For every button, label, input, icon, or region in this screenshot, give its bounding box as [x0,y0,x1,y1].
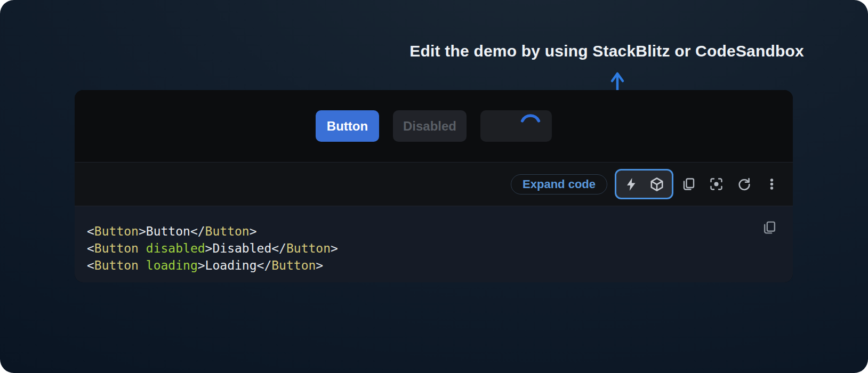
copy-code-button[interactable] [760,218,779,237]
demo-toolbar: Expand code [75,162,793,206]
refresh-demo-button[interactable] [730,171,758,198]
refresh-icon [737,177,751,191]
codesandbox-icon [649,177,664,192]
demo-preview-area: Button Disabled [75,90,793,162]
stackblitz-button[interactable] [623,176,639,192]
isolate-demo-button[interactable] [702,171,730,198]
expand-code-button[interactable]: Expand code [511,174,607,194]
code-line: <Button>Button</Button> [87,223,777,240]
stackblitz-icon [624,177,639,192]
code-block: <Button>Button</Button><Button disabled>… [87,223,777,274]
loading-spinner-icon [520,114,541,135]
isolate-icon [709,177,724,191]
code-line: <Button loading>Loading</Button> [87,257,777,274]
sandbox-highlight-box [615,169,673,199]
more-icon [765,177,779,191]
copy-demo-button[interactable] [674,171,702,198]
disabled-button: Disabled [393,110,467,142]
annotation-heading: Edit the demo by using StackBlitz or Cod… [409,42,804,60]
demo-card: Button Disabled Expand code [75,90,793,282]
codesandbox-button[interactable] [649,176,665,192]
loading-button [480,110,552,142]
primary-button[interactable]: Button [316,110,379,142]
code-area: <Button>Button</Button><Button disabled>… [75,206,793,282]
copy-icon [762,220,777,235]
more-actions-button[interactable] [758,171,785,198]
copy-icon [681,177,696,191]
code-line: <Button disabled>Disabled</Button> [87,240,777,257]
page: Edit the demo by using StackBlitz or Cod… [0,0,868,373]
